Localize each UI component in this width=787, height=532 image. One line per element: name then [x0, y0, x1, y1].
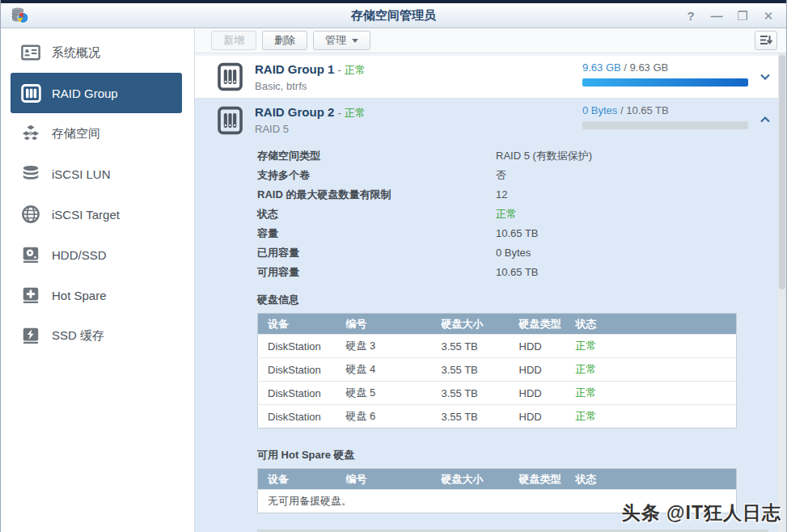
- detail-row: RAID 的最大硬盘数量有限制12: [257, 185, 778, 205]
- detail-label: 状态: [257, 208, 278, 220]
- sidebar-item-storage-space[interactable]: 存储空间: [11, 113, 182, 154]
- group-usage: 9.63 GB / 9.63 GB: [582, 61, 752, 87]
- storage-space-icon: [20, 123, 41, 144]
- detail-value: 10.65 TB: [496, 224, 539, 243]
- used-capacity: 0 Bytes: [582, 104, 617, 116]
- sidebar-item-label: HDD/SSD: [52, 248, 107, 262]
- vertical-scrollbar[interactable]: [778, 53, 786, 532]
- cell-status: 正常: [566, 358, 737, 382]
- group-dash: -: [338, 107, 341, 119]
- cell-type: HDD: [510, 382, 566, 405]
- add-button-label: 新增: [223, 33, 244, 48]
- iscsi-target-icon: [20, 204, 41, 225]
- delete-button[interactable]: 删除: [262, 31, 307, 50]
- usage-bar: [582, 78, 748, 87]
- sidebar-item-label: RAID Group: [52, 87, 118, 100]
- sidebar-item-ssd-cache[interactable]: SSD 缓存: [11, 315, 182, 356]
- minimize-icon[interactable]: —: [707, 6, 726, 26]
- group-name: RAID Group 1: [255, 62, 334, 76]
- table-row[interactable]: DiskStation 硬盘 4 3.55 TB HDD 正常: [258, 358, 737, 382]
- group-status: 正常: [345, 107, 366, 119]
- sidebar-item-hdd-ssd[interactable]: HDD/SSD: [11, 234, 182, 275]
- col-size[interactable]: 硬盘大小: [432, 314, 510, 335]
- detail-label: RAID 的最大硬盘数量有限制: [257, 188, 391, 201]
- sidebar-item-hot-spare[interactable]: Hot Spare: [11, 275, 182, 315]
- expand-chevron-down-icon[interactable]: [759, 70, 772, 83]
- raid-group-icon: [20, 82, 41, 103]
- cell-size: 3.55 TB: [432, 382, 510, 405]
- sort-icon: [759, 35, 772, 46]
- close-icon[interactable]: ✕: [759, 6, 778, 26]
- cell-type: HDD: [510, 335, 566, 358]
- chevron-down-icon: [352, 39, 358, 43]
- window-controls: ? — ❐ ✕: [681, 3, 778, 28]
- sidebar-item-system-overview[interactable]: 系统概况: [11, 32, 182, 73]
- raid-group-2-info: RAID Group 2 - 正常 RAID 5: [255, 105, 366, 135]
- cell-number: 硬盘 4: [336, 358, 432, 382]
- table-row[interactable]: DiskStation 硬盘 6 3.55 TB HDD 正常: [258, 405, 737, 429]
- sidebar-item-label: 存储空间: [52, 126, 100, 141]
- cell-number: 硬盘 5: [336, 382, 432, 405]
- group-type: RAID 5: [255, 123, 366, 135]
- manage-button[interactable]: 管理: [313, 31, 370, 50]
- add-button[interactable]: 新增: [211, 31, 256, 50]
- cell-type: HDD: [510, 405, 566, 429]
- group-type: Basic, btrfs: [255, 80, 366, 92]
- detail-label: 支持多个卷: [257, 169, 310, 181]
- detail-value: 否: [496, 166, 506, 185]
- table-row[interactable]: DiskStation 硬盘 5 3.55 TB HDD 正常: [258, 382, 737, 405]
- detail-label: 存储空间类型: [257, 150, 320, 162]
- raid-group-2-row[interactable]: RAID Group 2 - 正常 RAID 5 0 Bytes / 10.65…: [195, 99, 778, 141]
- cell-size: 3.55 TB: [432, 405, 510, 429]
- detail-row: 可用容量10.65 TB: [257, 263, 778, 282]
- titlebar: 存储空间管理员 ? — ❐ ✕: [1, 3, 786, 28]
- sidebar-item-label: 系统概况: [52, 45, 100, 61]
- detail-value-status: 正常: [496, 205, 517, 224]
- maximize-icon[interactable]: ❐: [733, 6, 752, 26]
- col-number[interactable]: 编号: [336, 314, 432, 335]
- scrollbar-thumb[interactable]: [779, 55, 785, 289]
- sort-button[interactable]: [755, 31, 777, 50]
- col-status[interactable]: 状态: [566, 314, 737, 335]
- cell-status: 正常: [566, 405, 737, 429]
- col-type[interactable]: 硬盘类型: [510, 314, 566, 335]
- sidebar-item-iscsi-target[interactable]: iSCSI Target: [11, 194, 182, 234]
- col-type[interactable]: 硬盘类型: [510, 469, 566, 490]
- toolbar: 新增 删除 管理: [195, 28, 786, 53]
- detail-row: 已用容量0 Bytes: [257, 243, 778, 263]
- sidebar-item-raid-group[interactable]: RAID Group: [11, 73, 182, 113]
- help-icon[interactable]: ?: [681, 6, 700, 26]
- detail-value: 10.65 TB: [496, 263, 539, 282]
- col-number[interactable]: 编号: [336, 469, 432, 490]
- total-capacity: / 10.65 TB: [620, 104, 669, 116]
- sidebar-item-iscsi-lun[interactable]: iSCSI LUN: [11, 154, 182, 194]
- cell-status: 正常: [566, 382, 737, 405]
- detail-label: 容量: [257, 227, 278, 239]
- cell-number: 硬盘 6: [336, 405, 432, 429]
- cell-size: 3.55 TB: [432, 358, 510, 382]
- raid-group-2-expanded-panel: RAID Group 2 - 正常 RAID 5 0 Bytes / 10.65…: [195, 99, 778, 532]
- detail-value: RAID 5 (有数据保护): [496, 146, 592, 166]
- raid-group-1-info: RAID Group 1 - 正常 Basic, btrfs: [255, 62, 366, 92]
- manage-button-label: 管理: [325, 33, 346, 48]
- detail-row: 支持多个卷否: [257, 166, 778, 185]
- sidebar-item-label: iSCSI LUN: [52, 167, 111, 181]
- usage-bar-fill: [582, 78, 748, 87]
- raid-group-1-row[interactable]: RAID Group 1 - 正常 Basic, btrfs 9.63 GB /…: [195, 56, 778, 99]
- sidebar-item-label: Hot Spare: [52, 289, 107, 302]
- cell-device: DiskStation: [258, 405, 336, 429]
- col-size[interactable]: 硬盘大小: [432, 469, 510, 490]
- col-status[interactable]: 状态: [566, 469, 737, 490]
- cell-device: DiskStation: [258, 335, 336, 358]
- table-header-row: 设备 编号 硬盘大小 硬盘类型 状态: [258, 469, 737, 490]
- col-device[interactable]: 设备: [258, 314, 336, 335]
- table-row[interactable]: DiskStation 硬盘 3 3.55 TB HDD 正常: [258, 335, 737, 358]
- total-capacity: / 9.63 GB: [624, 61, 668, 74]
- hdd-ssd-icon: [20, 244, 41, 265]
- collapse-chevron-up-icon[interactable]: [759, 113, 772, 126]
- cell-status: 正常: [566, 335, 737, 358]
- col-device[interactable]: 设备: [258, 469, 336, 490]
- table-header-row: 设备 编号 硬盘大小 硬盘类型 状态: [258, 314, 737, 335]
- cell-size: 3.55 TB: [432, 335, 510, 358]
- delete-button-label: 删除: [274, 33, 295, 48]
